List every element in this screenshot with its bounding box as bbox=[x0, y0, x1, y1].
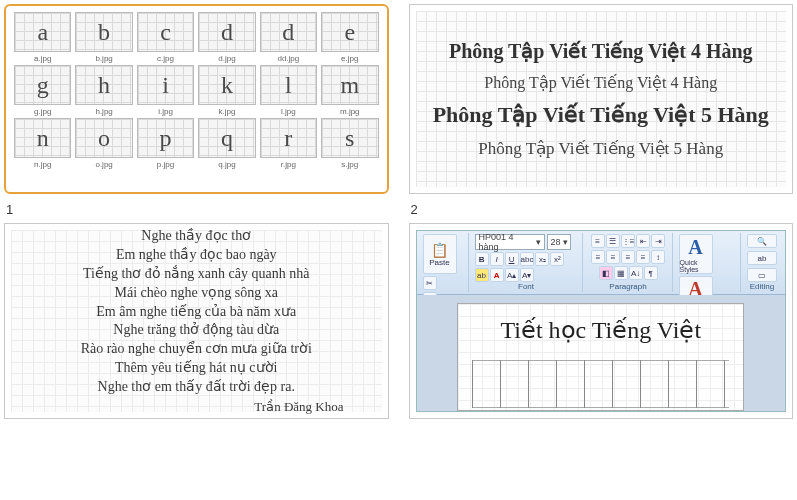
letter-swatch[interactable]: nn.jpg bbox=[14, 118, 71, 169]
grow-font-button[interactable]: A▴ bbox=[505, 268, 519, 282]
highlight-button[interactable]: ab bbox=[475, 268, 489, 282]
font-name-select[interactable]: HP001 4 hàng▾ bbox=[475, 234, 545, 250]
letter-swatch[interactable]: aa.jpg bbox=[14, 12, 71, 63]
clipboard-icon: 📋 bbox=[431, 242, 448, 258]
ribbon-group-styles: AQuick Styles AChange Styles Styles bbox=[677, 233, 741, 292]
cut-button[interactable]: ✂ bbox=[423, 276, 437, 290]
letter-glyph: g bbox=[37, 73, 49, 97]
subscript-button[interactable]: x₂ bbox=[535, 252, 549, 266]
letter-box: b bbox=[75, 12, 132, 52]
indent-dec-button[interactable]: ⇤ bbox=[636, 234, 650, 248]
align-center-button[interactable]: ≡ bbox=[606, 250, 620, 264]
letter-box: n bbox=[14, 118, 71, 158]
letter-glyph: d bbox=[282, 20, 294, 44]
letter-box: r bbox=[260, 118, 317, 158]
font-name-value: HP001 4 hàng bbox=[479, 232, 534, 252]
show-marks-button[interactable]: ¶ bbox=[644, 266, 658, 280]
indent-inc-button[interactable]: ⇥ bbox=[651, 234, 665, 248]
strike-button[interactable]: abc bbox=[520, 252, 535, 266]
poem-line: Thêm yêu tiếng hát nụ cười bbox=[115, 359, 277, 378]
bullets-button[interactable]: ≡ bbox=[591, 234, 605, 248]
superscript-button[interactable]: x² bbox=[550, 252, 564, 266]
letter-swatch[interactable]: oo.jpg bbox=[75, 118, 132, 169]
word-window: 📋 Paste ✂ ⧉ 🖌 Clipboard bbox=[416, 230, 787, 412]
ribbon-group-clipboard: 📋 Paste ✂ ⧉ 🖌 Clipboard bbox=[421, 233, 469, 292]
sample-line-4: Phông Tập Viết Tiếng Việt 5 Hàng bbox=[478, 138, 723, 159]
swatch-filename: l.jpg bbox=[281, 107, 296, 116]
poem-line: Em nghe thầy đọc bao ngày bbox=[116, 246, 277, 265]
poem-line: Tiếng thơ đỏ nắng xanh cây quanh nhà bbox=[83, 265, 309, 284]
letter-swatch[interactable]: gg.jpg bbox=[14, 65, 71, 116]
caption-1: 1 bbox=[4, 194, 389, 217]
paste-button[interactable]: 📋 Paste bbox=[423, 234, 457, 274]
letter-swatch[interactable]: qq.jpg bbox=[198, 118, 255, 169]
borders-button[interactable]: ▦ bbox=[614, 266, 628, 280]
quick-styles-button[interactable]: AQuick Styles bbox=[679, 234, 713, 274]
letter-swatch[interactable]: ll.jpg bbox=[260, 65, 317, 116]
letter-box: q bbox=[198, 118, 255, 158]
caption-2: 2 bbox=[409, 194, 794, 217]
letter-swatch[interactable]: pp.jpg bbox=[137, 118, 194, 169]
replace-button[interactable]: ab bbox=[747, 251, 777, 265]
swatch-filename: o.jpg bbox=[95, 160, 112, 169]
quick-styles-label: Quick Styles bbox=[680, 259, 712, 273]
swatch-filename: m.jpg bbox=[340, 107, 360, 116]
find-button[interactable]: 🔍 bbox=[747, 234, 777, 248]
letter-grid: aa.jpgbb.jpgcc.jpgdd.jpgddd.jpgee.jpggg.… bbox=[6, 6, 387, 175]
ribbon-group-paragraph: ≡ ☰ ⋮≡ ⇤ ⇥ ≡ ≡ ≡ ≡ ↕ bbox=[587, 233, 673, 292]
bold-button[interactable]: B bbox=[475, 252, 489, 266]
font-size-select[interactable]: 28▾ bbox=[547, 234, 571, 250]
poem-paper: Nghe thầy đọc thơEm nghe thầy đọc bao ng… bbox=[11, 230, 382, 412]
letter-box: h bbox=[75, 65, 132, 105]
letter-swatch[interactable]: rr.jpg bbox=[260, 118, 317, 169]
letter-swatch[interactable]: mm.jpg bbox=[321, 65, 378, 116]
letter-swatch[interactable]: hh.jpg bbox=[75, 65, 132, 116]
shrink-font-button[interactable]: A▾ bbox=[520, 268, 534, 282]
letter-glyph: m bbox=[340, 73, 359, 97]
letter-box: s bbox=[321, 118, 378, 158]
ribbon: 📋 Paste ✂ ⧉ 🖌 Clipboard bbox=[417, 231, 786, 295]
numbering-button[interactable]: ☰ bbox=[606, 234, 620, 248]
multilevel-button[interactable]: ⋮≡ bbox=[621, 234, 636, 248]
thumbnail-1[interactable]: aa.jpgbb.jpgcc.jpgdd.jpgddd.jpgee.jpggg.… bbox=[4, 4, 389, 194]
letter-glyph: a bbox=[37, 20, 48, 44]
font-color-button[interactable]: A bbox=[490, 268, 504, 282]
align-right-button[interactable]: ≡ bbox=[621, 250, 635, 264]
swatch-filename: s.jpg bbox=[341, 160, 358, 169]
handwriting-sample-paper: Phông Tập Viết Tiếng Việt 4 Hàng Phông T… bbox=[416, 11, 787, 187]
thumbnail-3[interactable]: Nghe thầy đọc thơEm nghe thầy đọc bao ng… bbox=[4, 223, 389, 419]
letter-glyph: n bbox=[37, 126, 49, 150]
letter-swatch[interactable]: dd.jpg bbox=[198, 12, 255, 63]
ribbon-group-font: HP001 4 hàng▾ 28▾ B I U abc x₂ x² bbox=[473, 233, 583, 292]
letter-glyph: s bbox=[345, 126, 354, 150]
align-left-button[interactable]: ≡ bbox=[591, 250, 605, 264]
line-spacing-button[interactable]: ↕ bbox=[651, 250, 665, 264]
letter-swatch[interactable]: ddd.jpg bbox=[260, 12, 317, 63]
italic-button[interactable]: I bbox=[490, 252, 504, 266]
document-area: Tiết học Tiếng Việt bbox=[417, 295, 786, 411]
group-label-paragraph: Paragraph bbox=[589, 282, 668, 291]
swatch-filename: b.jpg bbox=[95, 54, 112, 63]
underline-button[interactable]: U bbox=[505, 252, 519, 266]
shading-button[interactable]: ◧ bbox=[599, 266, 613, 280]
letter-glyph: p bbox=[160, 126, 172, 150]
letter-swatch[interactable]: kk.jpg bbox=[198, 65, 255, 116]
letter-swatch[interactable]: cc.jpg bbox=[137, 12, 194, 63]
letter-swatch[interactable]: ii.jpg bbox=[137, 65, 194, 116]
thumbnail-4[interactable]: 📋 Paste ✂ ⧉ 🖌 Clipboard bbox=[409, 223, 794, 419]
poem-line: Mái chèo nghe vọng sông xa bbox=[115, 284, 278, 303]
letter-glyph: b bbox=[98, 20, 110, 44]
swatch-filename: dd.jpg bbox=[277, 54, 299, 63]
letter-box: d bbox=[198, 12, 255, 52]
sort-button[interactable]: A↓ bbox=[629, 266, 643, 280]
select-button[interactable]: ▭ bbox=[747, 268, 777, 282]
swatch-filename: a.jpg bbox=[34, 54, 51, 63]
letter-glyph: i bbox=[162, 73, 169, 97]
poem-line: Nghe thơ em thấy đất trời đẹp ra. bbox=[98, 378, 295, 397]
justify-button[interactable]: ≡ bbox=[636, 250, 650, 264]
thumbnail-2[interactable]: Phông Tập Viết Tiếng Việt 4 Hàng Phông T… bbox=[409, 4, 794, 194]
swatch-filename: h.jpg bbox=[95, 107, 112, 116]
letter-swatch[interactable]: ee.jpg bbox=[321, 12, 378, 63]
letter-swatch[interactable]: ss.jpg bbox=[321, 118, 378, 169]
letter-swatch[interactable]: bb.jpg bbox=[75, 12, 132, 63]
